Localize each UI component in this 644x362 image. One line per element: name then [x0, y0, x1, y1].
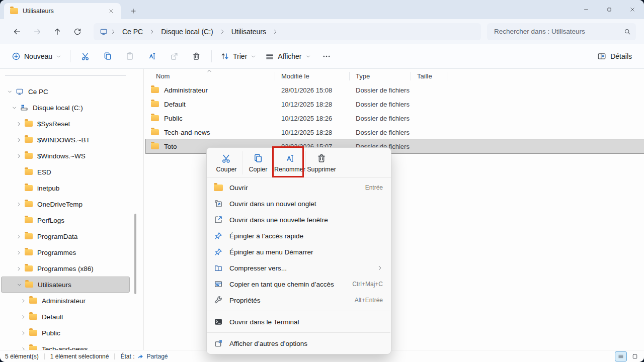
chevron-down-icon[interactable]: [10, 103, 19, 112]
menu-item-pingler-l-acc-s-rapide[interactable]: Épingler à l’accès rapide: [207, 228, 391, 244]
icons-view-toggle[interactable]: [629, 351, 641, 361]
menu-item-afficher-d-autres-d-options[interactable]: Afficher d’autres d’options: [207, 335, 391, 351]
chevron-down-icon: [305, 54, 311, 59]
menu-item-compresser-vers[interactable]: Compresser vers...: [207, 260, 391, 276]
sidebar-item-windows-bt[interactable]: $WINDOWS.~BT: [1, 132, 130, 148]
view-button[interactable]: Afficher: [261, 47, 315, 65]
breadcrumb-ce-pc[interactable]: Ce PC: [119, 27, 146, 37]
chevron-right-icon[interactable]: [14, 151, 23, 160]
chevron-right-icon[interactable]: [19, 296, 28, 305]
breadcrumb-utilisateurs[interactable]: Utilisateurs: [228, 27, 270, 37]
column-header-type[interactable]: Type: [350, 72, 411, 80]
close-button[interactable]: [621, 0, 644, 19]
menu-item-ouvrir-dans-un-nouvel-onglet[interactable]: Ouvrir dans un nouvel onglet: [207, 196, 391, 212]
context-quick-couper[interactable]: Couper: [211, 151, 243, 174]
sidebar-item-programmes[interactable]: Programmes: [1, 244, 130, 260]
sidebar-item-perflogs[interactable]: PerfLogs: [1, 212, 130, 228]
menu-item-propri-t-s[interactable]: PropriétésAlt+Entrée: [207, 292, 391, 308]
sidebar-item-tech-and-news[interactable]: Tech-and-news: [1, 341, 130, 350]
share-button[interactable]: [163, 47, 185, 65]
quick-action-label: Couper: [216, 166, 237, 173]
breadcrumb-chevron-icon[interactable]: [110, 29, 116, 35]
forward-button[interactable]: [27, 23, 47, 40]
sidebar-item-public[interactable]: Public: [1, 325, 130, 341]
chevron-right-icon[interactable]: [14, 248, 23, 257]
breadcrumb-chevron-icon[interactable]: [219, 29, 225, 35]
back-button[interactable]: [7, 23, 27, 40]
tab-close-icon[interactable]: [106, 6, 117, 17]
more-button[interactable]: [315, 47, 338, 65]
chevron-right-icon[interactable]: [14, 119, 23, 128]
new-button[interactable]: Nouveau: [7, 47, 66, 65]
chevron-right-icon[interactable]: [14, 232, 23, 241]
search-box[interactable]: [487, 23, 636, 40]
sidebar-item-programdata[interactable]: ProgramData: [1, 228, 130, 244]
sidebar-item-programmes-x86[interactable]: Programmes (x86): [1, 260, 130, 277]
menu-item-copier-en-tant-que-chemin-d-acc-s[interactable]: Copier en tant que chemin d’accèsCtrl+Ma…: [207, 276, 391, 292]
rename-button[interactable]: [141, 47, 163, 65]
address-bar[interactable]: Ce PCDisque local (C:)Utilisateurs: [94, 23, 481, 40]
copy-button[interactable]: [97, 47, 119, 65]
explorer-tab[interactable]: Utilisateurs: [4, 3, 121, 19]
minimize-button[interactable]: [575, 0, 598, 19]
search-input[interactable]: [493, 27, 624, 36]
new-item-icon: [12, 52, 21, 61]
file-name-cell: Tech-and-news: [146, 129, 275, 136]
context-quick-supprimer[interactable]: Supprimer: [306, 151, 337, 174]
paste-button[interactable]: [119, 47, 141, 65]
sidebar-item-inetpub[interactable]: inetpub: [1, 180, 130, 196]
terminal-icon: [214, 317, 223, 326]
delete-button[interactable]: [185, 47, 207, 65]
folder-icon: [25, 217, 33, 223]
menu-item-ouvrir-dans-une-nouvelle-fen-tre[interactable]: Ouvrir dans une nouvelle fenêtre: [207, 212, 391, 228]
menu-item-label: Propriétés: [229, 297, 261, 304]
menu-divider: [207, 311, 390, 311]
folder-shape: [25, 217, 33, 223]
chevron-down-icon[interactable]: [5, 87, 14, 96]
sidebar-scrollbar[interactable]: [134, 214, 136, 294]
file-row-public[interactable]: Public10/12/2025 18:26Dossier de fichier…: [146, 111, 644, 125]
new-tab-button[interactable]: [128, 6, 139, 17]
maximize-button[interactable]: [598, 0, 621, 19]
file-type: Dossier de fichiers: [350, 129, 411, 136]
menu-item-ouvrir-dans-le-terminal[interactable]: Ouvrir dans le Terminal: [207, 314, 391, 330]
folder-shape: [151, 101, 159, 107]
folder-shape: [29, 298, 37, 304]
zip-icon: [214, 263, 223, 273]
chevron-right-icon[interactable]: [19, 312, 28, 321]
sidebar-item-disque-local-c[interactable]: Disque local (C:): [1, 100, 130, 116]
sidebar-item-sysreset[interactable]: $SysReset: [1, 116, 130, 132]
up-button[interactable]: [47, 23, 67, 40]
file-row-tech-and-news[interactable]: Tech-and-news10/12/2025 18:28Dossier de …: [146, 125, 644, 139]
breadcrumb-disque-local-c[interactable]: Disque local (C:): [157, 27, 216, 37]
file-row-administrateur[interactable]: Administrateur28/01/2026 15:08Dossier de…: [146, 83, 644, 97]
sidebar-item-default[interactable]: Default: [1, 309, 130, 325]
chevron-right-icon[interactable]: [19, 328, 28, 337]
sidebar-item-administrateur[interactable]: Administrateur: [1, 293, 130, 309]
column-header-taille[interactable]: Taille: [411, 72, 447, 80]
details-pane-button[interactable]: Détails: [593, 47, 636, 65]
folder-shape: [25, 282, 33, 288]
sidebar-item-utilisateurs[interactable]: Utilisateurs: [1, 277, 130, 293]
menu-item-ouvrir[interactable]: OuvrirEntrée: [207, 179, 391, 196]
context-quick-copier[interactable]: Copier: [243, 151, 274, 174]
folder-icon: [25, 282, 33, 288]
sidebar-item-esd[interactable]: ESD: [1, 164, 130, 180]
breadcrumb-chevron-icon[interactable]: [272, 29, 278, 35]
chevron-down-icon[interactable]: [15, 280, 24, 289]
cut-button[interactable]: [74, 47, 97, 65]
menu-item-pingler-au-menu-d-marrer[interactable]: Épingler au menu Démarrer: [207, 244, 391, 260]
sidebar-item-ce-pc[interactable]: Ce PC: [1, 83, 130, 100]
breadcrumb-chevron-icon[interactable]: [149, 29, 155, 35]
chevron-right-icon[interactable]: [14, 264, 23, 273]
chevron-right-icon[interactable]: [14, 135, 23, 144]
refresh-button[interactable]: [67, 23, 88, 40]
chevron-right-icon[interactable]: [14, 200, 23, 209]
sort-button[interactable]: Trier: [216, 47, 261, 65]
file-row-default[interactable]: Default10/12/2025 18:28Dossier de fichie…: [146, 97, 644, 111]
details-view-toggle[interactable]: [615, 351, 627, 361]
column-header-modifi-le[interactable]: Modifié le: [275, 72, 350, 80]
sidebar-item-onedrivetemp[interactable]: OneDriveTemp: [1, 196, 130, 212]
folder-shape: [29, 330, 37, 336]
sidebar-item-windows-ws[interactable]: $Windows.~WS: [1, 148, 130, 164]
